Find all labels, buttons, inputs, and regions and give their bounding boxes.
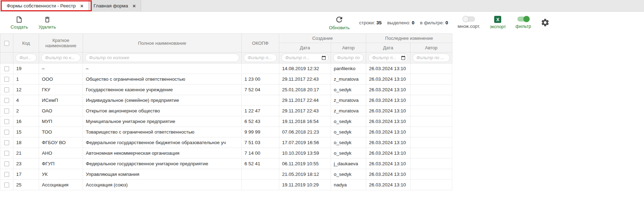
- excel-icon-letter: X: [496, 17, 499, 22]
- select-all-checkbox[interactable]: [4, 41, 9, 46]
- table-row[interactable]: 21 АНО Автономная некоммерческая организ…: [0, 148, 452, 159]
- table-row[interactable]: 12 ГКУ Государственное казенное учрежден…: [0, 85, 452, 95]
- select-all-cell[interactable]: [0, 34, 13, 53]
- cell-short-name: МУП: [39, 116, 83, 127]
- cell-full-name: Индивидуальное (семейное) предприятие: [83, 95, 242, 106]
- cell-modified-author: [410, 137, 452, 148]
- row-checkbox[interactable]: [4, 66, 9, 71]
- row-select-cell[interactable]: [0, 85, 13, 95]
- cell-okopf: 1 23 00: [242, 74, 279, 85]
- row-select-cell[interactable]: [0, 137, 13, 148]
- refresh-button[interactable]: Обновить: [329, 15, 350, 30]
- table-row[interactable]: 15 ТОО Товарищество с ограниченной ответ…: [0, 127, 452, 137]
- cell-full-name: Управляющая компания: [83, 169, 242, 180]
- cell-created-date: 29.11.2017 22:43: [279, 106, 331, 116]
- filter-input-created-author[interactable]: [333, 54, 364, 62]
- table-row[interactable]: 2 ОАО Открытое акционерное общество 1 22…: [0, 106, 452, 116]
- filter-input-modified-author[interactable]: [413, 54, 450, 62]
- calendar-icon[interactable]: [321, 56, 326, 60]
- create-button-label: Создать: [11, 24, 28, 30]
- row-select-cell[interactable]: [0, 116, 13, 127]
- filtered-count: в фильтре: 0: [420, 20, 448, 25]
- cell-code: 23: [13, 159, 39, 169]
- cell-short-name: ОАО: [39, 106, 83, 116]
- tab-close-icon[interactable]: ×: [80, 3, 83, 8]
- cell-code: 19: [13, 63, 39, 74]
- cell-modified-date: 26.03.2024 13:10: [366, 116, 410, 127]
- row-checkbox[interactable]: [4, 87, 9, 92]
- filter-switch[interactable]: [517, 17, 529, 21]
- tab-forms-registry[interactable]: Формы собственности - Реестр ×: [2, 0, 89, 11]
- table-row[interactable]: 25 Ассоциация Ассоциация (союз) 19.11.20…: [0, 180, 452, 190]
- cell-created-date: 19.11.2019 10:29: [279, 180, 331, 190]
- col-header-created-author[interactable]: Автор: [331, 43, 366, 53]
- filter-input-okopf[interactable]: [244, 54, 277, 62]
- cell-okopf: [242, 180, 279, 190]
- filtered-count-label: в фильтре:: [420, 20, 444, 25]
- cell-modified-author: [410, 95, 452, 106]
- cell-full-name: Автономная некоммерческая организация: [83, 148, 242, 159]
- filter-input-full-name[interactable]: [85, 54, 239, 62]
- row-select-cell[interactable]: [0, 148, 13, 159]
- row-select-cell[interactable]: [0, 127, 13, 137]
- row-checkbox[interactable]: [4, 183, 9, 187]
- app-window: Формы собственности - Реестр × Главная ф…: [0, 0, 644, 190]
- row-checkbox[interactable]: [4, 151, 9, 156]
- table-row[interactable]: 18 ФГБОУ ВО Федеральное государственное …: [0, 137, 452, 148]
- row-checkbox[interactable]: [4, 77, 9, 82]
- row-checkbox[interactable]: [4, 140, 9, 145]
- cell-okopf: 6 52 41: [242, 159, 279, 169]
- cell-code: 12: [13, 85, 39, 95]
- table-row[interactable]: 17 УК Управляющая компания 21.05.2019 18…: [0, 169, 452, 180]
- table-row[interactable]: 16 МУП Муниципальное унитарное предприят…: [0, 116, 452, 127]
- cell-created-date: 29.11.2017 22:43: [279, 74, 331, 85]
- cell-code: 15: [13, 127, 39, 137]
- filter-cell-modified-date: [366, 53, 410, 63]
- row-checkbox[interactable]: [4, 130, 9, 135]
- row-select-cell[interactable]: [0, 169, 13, 180]
- col-header-full-name[interactable]: Полное наименование: [83, 34, 242, 53]
- toolbar: Создать Удалить Обновить строки: 35 выде…: [0, 12, 644, 33]
- filter-input-code[interactable]: [15, 54, 37, 62]
- row-select-cell[interactable]: [0, 159, 13, 169]
- row-select-cell[interactable]: [0, 106, 13, 116]
- row-checkbox[interactable]: [4, 161, 9, 166]
- row-select-cell[interactable]: [0, 74, 13, 85]
- row-checkbox[interactable]: [4, 172, 9, 177]
- table-row[interactable]: 19 – – 14.08.2019 12:32 panfilenko 26.03…: [0, 63, 452, 74]
- calendar-icon[interactable]: [401, 56, 406, 60]
- filter-cell-short-name: [39, 53, 83, 63]
- create-button[interactable]: Создать: [11, 16, 28, 30]
- multisort-toggle[interactable]: множ.сорт.: [458, 17, 480, 29]
- table-row[interactable]: 4 ИСемП Индивидуальное (семейное) предпр…: [0, 95, 452, 106]
- filter-toggle[interactable]: фильтр: [516, 17, 531, 29]
- table-row[interactable]: 23 ФГУП Федеральное государственное унит…: [0, 159, 452, 169]
- row-select-cell[interactable]: [0, 95, 13, 106]
- delete-button[interactable]: Удалить: [38, 16, 56, 30]
- row-checkbox[interactable]: [4, 119, 9, 124]
- multisort-switch[interactable]: [463, 17, 475, 21]
- col-header-short-name[interactable]: Краткое наименование: [39, 34, 83, 53]
- table-row[interactable]: 1 ООО Общество с ограниченной ответствен…: [0, 74, 452, 85]
- col-header-modified-author[interactable]: Автор: [410, 43, 452, 53]
- cell-short-name: АНО: [39, 148, 83, 159]
- export-button[interactable]: X экспорт: [490, 16, 506, 29]
- col-header-code[interactable]: Код: [13, 34, 39, 53]
- cell-full-name: Открытое акционерное общество: [83, 106, 242, 116]
- tab-close-icon[interactable]: ×: [133, 3, 136, 8]
- settings-gear-icon[interactable]: [541, 18, 550, 27]
- cell-code: 2: [13, 106, 39, 116]
- row-checkbox[interactable]: [4, 109, 9, 113]
- cell-created-author: o_sedyk: [331, 127, 366, 137]
- tab-main-form[interactable]: Главная форма ×: [89, 0, 141, 11]
- col-header-modified-date[interactable]: Дата: [366, 43, 410, 53]
- col-header-okopf[interactable]: ОКОПФ: [242, 34, 279, 53]
- rows-count-value: 35: [376, 20, 382, 25]
- cell-modified-author: [410, 74, 452, 85]
- cell-modified-date: 26.03.2024 13:10: [366, 148, 410, 159]
- row-checkbox[interactable]: [4, 98, 9, 103]
- col-header-created-date[interactable]: Дата: [279, 43, 331, 53]
- row-select-cell[interactable]: [0, 180, 13, 190]
- row-select-cell[interactable]: [0, 63, 13, 74]
- filter-input-short-name[interactable]: [41, 54, 81, 62]
